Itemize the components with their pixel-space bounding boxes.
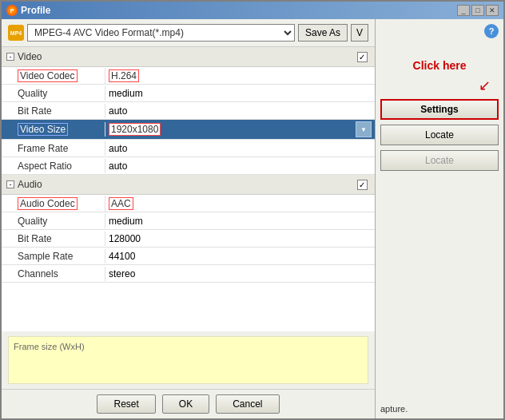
audio-section-label: Audio	[18, 179, 42, 190]
frame-rate-row: Frame Rate auto	[2, 140, 375, 157]
audio-codec-row: Audio Codec AAC	[2, 195, 375, 212]
bottom-buttons: Reset OK Cancel	[2, 389, 375, 418]
arrow-area: ↙	[380, 77, 499, 94]
frame-size-label: Frame size (WxH)	[14, 342, 85, 351]
settings-button[interactable]: Settings	[380, 99, 499, 120]
locate-button-2: Locate	[380, 150, 499, 171]
audio-section-header: - Audio ✓	[2, 175, 375, 195]
channels-label: Channels	[2, 267, 105, 281]
video-quality-label: Quality	[2, 86, 105, 101]
title-bar-left: P Profile	[6, 5, 50, 16]
channels-value: stereo	[105, 267, 375, 281]
window-title: Profile	[21, 5, 50, 16]
format-icon: MP4	[8, 25, 24, 41]
audio-quality-value: medium	[105, 214, 375, 228]
video-size-value: 1920x1080 ▼	[105, 120, 375, 139]
video-size-row[interactable]: Video Size 1920x1080 ▼	[2, 120, 375, 140]
ok-button[interactable]: OK	[162, 394, 209, 414]
audio-quality-row: Quality medium	[2, 212, 375, 230]
arrow-icon: ↙	[479, 77, 491, 94]
audio-checkbox[interactable]: ✓	[357, 180, 368, 190]
frame-rate-label: Frame Rate	[2, 141, 105, 156]
properties-table: - Video ✓ Video Codec H.264	[2, 47, 375, 331]
left-panel: MP4 MPEG-4 AVC Video Format(*.mp4) Save …	[2, 19, 376, 418]
sample-rate-value: 44100	[105, 249, 375, 263]
sample-rate-label: Sample Rate	[2, 249, 105, 263]
close-button[interactable]: ✕	[486, 5, 499, 16]
aspect-ratio-label: Aspect Ratio	[2, 159, 105, 173]
audio-section-toggle[interactable]: -	[6, 180, 14, 188]
click-here-label: Click here	[380, 59, 499, 72]
cancel-button[interactable]: Cancel	[216, 394, 279, 414]
video-section-label: Video	[18, 51, 42, 62]
video-quality-row: Quality medium	[2, 85, 375, 102]
help-button[interactable]: ?	[484, 24, 499, 38]
video-quality-value: medium	[105, 86, 375, 101]
aspect-ratio-row: Aspect Ratio auto	[2, 157, 375, 175]
audio-codec-value: AAC	[105, 196, 375, 212]
minimize-button[interactable]: _	[457, 5, 470, 16]
channels-row: Channels stereo	[2, 265, 375, 283]
title-bar: P Profile _ □ ✕	[2, 2, 503, 19]
frame-rate-value: auto	[105, 141, 375, 156]
video-checkbox-area: ✓	[354, 49, 370, 65]
window-icon: P	[6, 5, 18, 16]
audio-bitrate-row: Bit Rate 128000	[2, 230, 375, 248]
video-checkbox[interactable]: ✓	[357, 52, 368, 62]
audio-checkbox-area: ✓	[354, 176, 370, 192]
content-area: MP4 MPEG-4 AVC Video Format(*.mp4) Save …	[2, 19, 503, 418]
video-size-dropdown[interactable]: ▼	[356, 121, 372, 137]
toolbar: MP4 MPEG-4 AVC Video Format(*.mp4) Save …	[2, 19, 375, 47]
profile-window: P Profile _ □ ✕ MP4 MPEG-4 AVC Video For…	[0, 0, 505, 420]
audio-bitrate-label: Bit Rate	[2, 232, 105, 246]
svg-text:P: P	[10, 8, 14, 14]
save-as-button[interactable]: Save As	[298, 24, 348, 42]
svg-text:MP4: MP4	[10, 30, 22, 36]
video-bitrate-row: Bit Rate auto	[2, 102, 375, 120]
video-size-label: Video Size	[2, 122, 105, 137]
video-codec-label: Video Codec	[2, 68, 105, 84]
audio-bitrate-value: 128000	[105, 232, 375, 246]
format-dropdown[interactable]: MPEG-4 AVC Video Format(*.mp4)	[27, 24, 295, 42]
video-bitrate-label: Bit Rate	[2, 104, 105, 118]
capture-text: apture.	[380, 404, 499, 414]
maximize-button[interactable]: □	[471, 5, 484, 16]
v-button[interactable]: V	[351, 24, 368, 42]
video-codec-row: Video Codec H.264	[2, 67, 375, 85]
reset-button[interactable]: Reset	[97, 394, 155, 414]
frame-size-note: Frame size (WxH)	[8, 336, 368, 384]
aspect-ratio-value: auto	[105, 159, 375, 173]
sample-rate-row: Sample Rate 44100	[2, 248, 375, 265]
video-section-header: - Video ✓	[2, 47, 375, 67]
audio-quality-label: Quality	[2, 214, 105, 228]
locate-button-1[interactable]: Locate	[380, 125, 499, 145]
title-controls: _ □ ✕	[457, 5, 499, 16]
video-section-toggle[interactable]: -	[6, 53, 14, 61]
audio-codec-label: Audio Codec	[2, 196, 105, 212]
right-panel: ? Click here ↙ Settings Locate Locate ap…	[376, 19, 503, 418]
video-bitrate-value: auto	[105, 104, 375, 118]
video-codec-value: H.264	[105, 68, 375, 84]
